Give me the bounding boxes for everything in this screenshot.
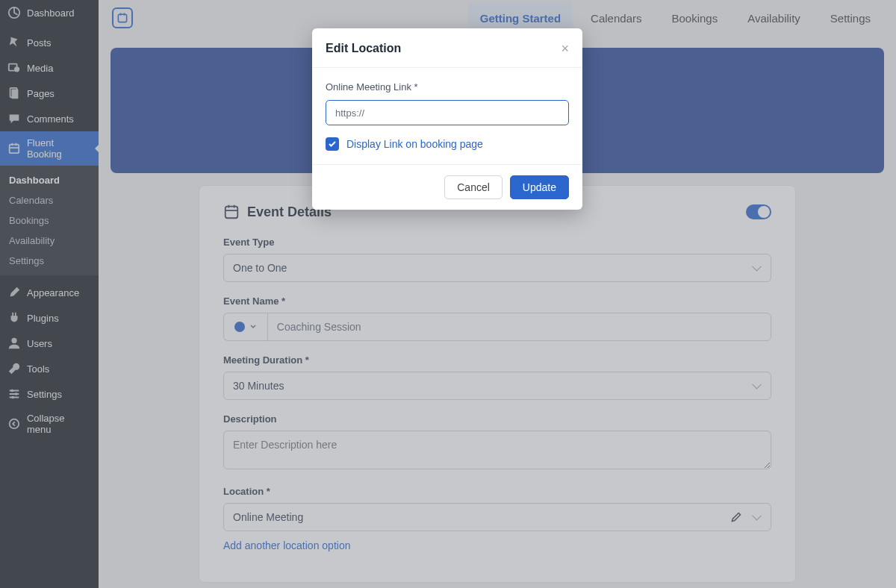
display-link-label: Display Link on booking page bbox=[346, 138, 483, 150]
display-link-checkbox[interactable] bbox=[326, 137, 339, 151]
update-button[interactable]: Update bbox=[510, 175, 569, 199]
edit-location-modal: Edit Location × Online Meeting Link * Di… bbox=[312, 28, 582, 210]
modal-title: Edit Location bbox=[326, 42, 401, 55]
meeting-link-input[interactable] bbox=[326, 100, 569, 125]
cancel-button[interactable]: Cancel bbox=[444, 175, 503, 199]
close-icon[interactable]: × bbox=[561, 42, 569, 55]
meeting-link-label: Online Meeting Link * bbox=[326, 81, 569, 93]
